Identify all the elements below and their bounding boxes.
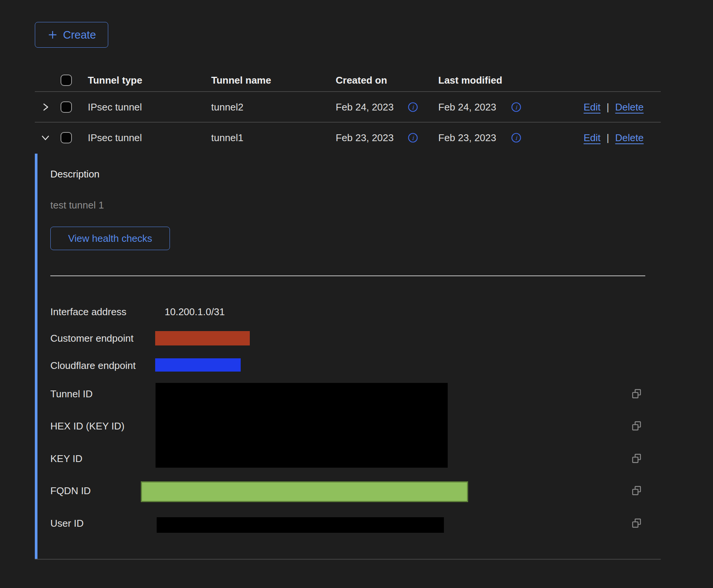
- tunnel-id-label: Tunnel ID: [50, 387, 93, 400]
- edit-link[interactable]: Edit: [584, 101, 601, 114]
- create-button[interactable]: Create: [35, 22, 108, 48]
- row-actions: Edit | Delete: [584, 101, 644, 114]
- tunnel-name-cell: tunnel1: [211, 131, 243, 144]
- plus-icon: [47, 29, 58, 40]
- column-header-tunnel-type: Tunnel type: [88, 74, 142, 87]
- table-bottom-divider: [35, 559, 661, 560]
- view-health-checks-label: View health checks: [68, 233, 152, 244]
- svg-text:i: i: [412, 135, 414, 142]
- hex-id-label: HEX ID (KEY ID): [50, 420, 125, 432]
- interface-address-value: 10.200.1.0/31: [165, 305, 225, 318]
- select-all-checkbox[interactable]: [61, 75, 72, 86]
- interface-address-label: Interface address: [50, 305, 126, 318]
- actions-separator: |: [607, 101, 609, 114]
- delete-link[interactable]: Delete: [615, 131, 644, 144]
- copy-icon-tunnel-id[interactable]: [632, 389, 641, 400]
- column-header-created-on: Created on: [336, 74, 387, 87]
- svg-text:i: i: [515, 135, 518, 142]
- info-icon[interactable]: i: [511, 102, 522, 114]
- fqdn-id-label: FQDN ID: [50, 484, 91, 497]
- created-on-cell: Feb 24, 2023: [336, 101, 394, 114]
- svg-text:i: i: [412, 104, 414, 111]
- copy-icon-hex-id[interactable]: [632, 421, 641, 432]
- copy-icon-fqdn-id[interactable]: [632, 486, 641, 497]
- customer-endpoint-label: Customer endpoint: [50, 332, 134, 345]
- cloudflare-endpoint-redacted-value: [155, 358, 241, 372]
- collapse-chevron-down-icon[interactable]: [40, 132, 51, 145]
- info-icon[interactable]: i: [511, 132, 522, 145]
- user-id-redacted-value: [157, 517, 444, 533]
- delete-link[interactable]: Delete: [615, 101, 644, 114]
- key-id-label: KEY ID: [50, 452, 83, 465]
- header-divider: [35, 91, 661, 92]
- row-checkbox-tunnel1[interactable]: [61, 132, 72, 143]
- expand-chevron-right-icon[interactable]: [40, 102, 51, 114]
- row-actions: Edit | Delete: [584, 131, 644, 144]
- ipsec-tunnels-page: Create Tunnel type Tunnel name Created o…: [0, 0, 713, 588]
- cloudflare-endpoint-label: Cloudflare endpoint: [50, 359, 136, 372]
- tunnel-type-cell: IPsec tunnel: [88, 131, 142, 144]
- last-modified-cell: Feb 23, 2023: [438, 131, 496, 144]
- info-icon[interactable]: i: [408, 132, 418, 145]
- edit-link[interactable]: Edit: [584, 131, 601, 144]
- tunnel-name-cell: tunnel2: [211, 101, 243, 114]
- tunnel-type-cell: IPsec tunnel: [88, 101, 142, 114]
- user-id-label: User ID: [50, 517, 84, 530]
- copy-icon-user-id[interactable]: [632, 518, 641, 530]
- expanded-row-accent-bar: [35, 154, 37, 559]
- fqdn-id-redacted-value: [141, 481, 468, 502]
- description-label: Description: [50, 168, 100, 180]
- actions-separator: |: [607, 131, 609, 144]
- create-button-label: Create: [63, 29, 96, 41]
- column-header-tunnel-name: Tunnel name: [211, 74, 271, 87]
- ids-redacted-value: [156, 383, 448, 468]
- row-divider: [35, 122, 661, 123]
- row-checkbox-tunnel2[interactable]: [61, 101, 72, 113]
- copy-icon-key-id[interactable]: [632, 454, 641, 465]
- svg-text:i: i: [515, 104, 518, 111]
- view-health-checks-button[interactable]: View health checks: [50, 227, 170, 250]
- description-text: test tunnel 1: [50, 199, 104, 212]
- last-modified-cell: Feb 24, 2023: [438, 101, 496, 114]
- column-header-last-modified: Last modified: [438, 74, 502, 87]
- detail-divider: [50, 275, 645, 276]
- info-icon[interactable]: i: [408, 102, 418, 114]
- created-on-cell: Feb 23, 2023: [336, 131, 394, 144]
- customer-endpoint-redacted-value: [155, 331, 250, 345]
